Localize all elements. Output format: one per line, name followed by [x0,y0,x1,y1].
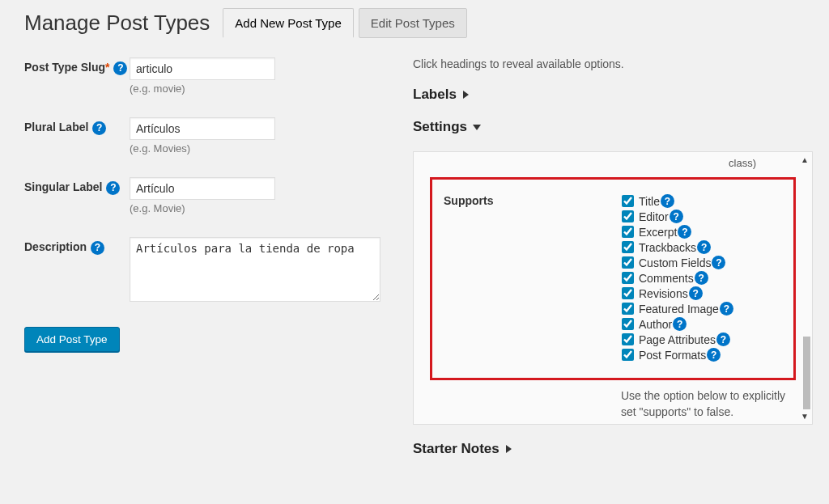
support-item: Custom Fields? [622,256,782,269]
supports-note: Use the option below to explicitly set "… [621,388,796,420]
singular-label-input[interactable] [130,177,275,200]
svg-marker-2 [506,445,512,453]
support-label: Page Attributes [639,333,716,346]
chevron-right-icon [504,444,512,454]
help-icon[interactable]: ? [670,210,683,223]
label-description: Description [24,240,87,253]
scroll-down-arrow[interactable]: ▼ [801,412,809,421]
help-icon[interactable]: ? [113,61,127,75]
support-item: Author? [622,317,782,331]
supports-label: Supports [444,194,622,363]
settings-panel: class) Supports Title?Editor?Excerpt?Tra… [413,151,813,425]
help-icon[interactable]: ? [695,271,708,285]
support-none-label: None [638,423,665,425]
tab-edit-post-types[interactable]: Edit Post Types [359,8,467,38]
scroll-up-arrow[interactable]: ▲ [801,155,809,164]
support-checkbox[interactable] [622,349,634,361]
scrollbar-thumb[interactable] [803,337,810,409]
help-icon[interactable]: ? [712,256,725,269]
help-icon[interactable]: ? [697,240,711,254]
support-label: Author [639,318,672,331]
support-item: Comments? [622,271,782,285]
support-checkbox[interactable] [622,272,634,284]
help-icon[interactable]: ? [673,317,687,331]
chevron-down-icon [472,123,482,131]
help-icon[interactable]: ? [106,181,120,195]
right-intro-text: Click headings to reveal available optio… [413,57,813,70]
support-label: Editor [639,210,669,223]
support-item: Trackbacks? [622,240,782,254]
support-item: Featured Image? [622,302,782,316]
support-checkbox[interactable] [622,287,634,299]
support-label: Excerpt [639,226,677,239]
support-checkbox[interactable] [622,195,634,207]
required-marker: * [105,61,109,74]
settings-heading-text: Settings [413,119,467,135]
help-icon[interactable]: ? [92,121,106,135]
support-checkbox[interactable] [622,318,634,330]
starter-notes-text: Starter Notes [413,441,500,457]
section-heading-settings[interactable]: Settings [413,119,813,135]
svg-marker-0 [463,91,469,99]
support-item: Excerpt? [622,225,782,239]
support-checkbox[interactable] [622,241,634,253]
hint-plural: (e.g. Movies) [130,142,380,155]
label-singular: Singular Label [24,180,102,193]
section-heading-starter-notes[interactable]: Starter Notes [413,441,813,457]
support-label: Featured Image [639,303,719,316]
support-label: Post Formats [639,349,706,362]
class-trail-text: class) [430,157,796,169]
description-textarea[interactable]: Artículos para la tienda de ropa [130,237,380,302]
support-checkbox[interactable] [622,303,634,315]
label-plural: Plural Label [24,121,88,133]
post-type-slug-input[interactable] [130,57,275,80]
support-checkbox[interactable] [622,333,634,345]
section-heading-labels[interactable]: Labels [413,87,813,103]
chevron-right-icon [461,90,470,100]
support-label: Custom Fields [639,256,711,269]
svg-marker-1 [473,125,481,130]
help-icon[interactable]: ? [678,225,691,239]
help-icon[interactable]: ? [661,194,674,208]
hint-singular: (e.g. Movie) [130,202,380,214]
support-label: Revisions [639,287,688,300]
labels-heading-text: Labels [413,87,457,103]
label-post-type-slug: Post Type Slug [24,61,105,74]
support-item: Title? [622,194,782,208]
hint-slug: (e.g. movie) [130,83,380,95]
help-icon[interactable]: ? [689,286,703,300]
help-icon[interactable]: ? [707,348,721,362]
plural-label-input[interactable] [130,117,275,140]
help-icon[interactable]: ? [716,332,730,346]
support-checkbox[interactable] [622,256,634,269]
help-icon[interactable]: ? [91,241,104,255]
supports-section: Supports Title?Editor?Excerpt?Trackbacks… [430,177,796,380]
help-icon[interactable]: ? [720,302,733,316]
support-label: Trackbacks [639,241,696,254]
support-item: Post Formats? [622,348,782,362]
help-icon[interactable]: ? [665,424,679,425]
support-item: Editor? [622,210,782,223]
support-checkbox[interactable] [622,210,634,222]
support-item: Revisions? [622,286,782,300]
support-label: Comments [639,272,694,285]
page-title: Manage Post Types [24,11,210,36]
support-checkbox[interactable] [622,226,634,238]
add-post-type-button[interactable]: Add Post Type [24,327,120,352]
support-label: Title [639,195,660,208]
tab-add-new-post-type[interactable]: Add New Post Type [223,8,353,38]
support-item: Page Attributes? [622,332,782,346]
